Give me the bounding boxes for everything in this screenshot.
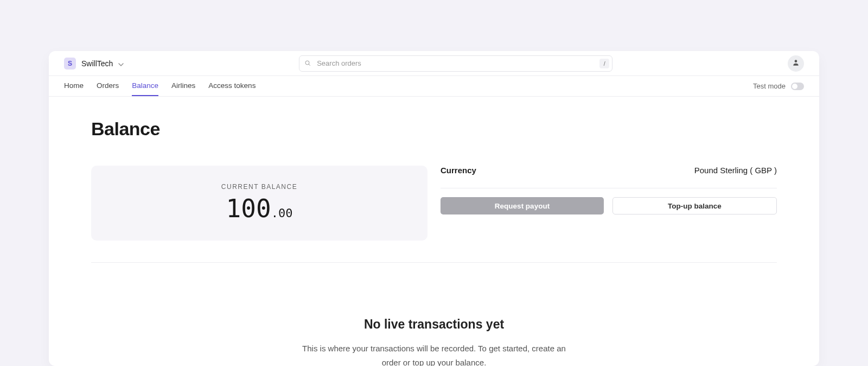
action-row: Request payout Top-up balance <box>441 197 777 214</box>
org-selector[interactable]: S SwillTech <box>64 58 124 70</box>
topup-balance-button[interactable]: Top-up balance <box>612 197 777 214</box>
balance-row: CURRENT BALANCE 100 .00 Currency Pound S… <box>91 166 777 263</box>
empty-state-description: This is where your transactions will be … <box>298 342 570 366</box>
balance-card: CURRENT BALANCE 100 .00 <box>91 166 427 241</box>
nav-tab-access-tokens[interactable]: Access tokens <box>208 76 256 96</box>
nav-tab-home[interactable]: Home <box>64 76 84 96</box>
nav-tab-airlines[interactable]: Airlines <box>171 76 195 96</box>
test-mode-label: Test mode <box>753 82 786 90</box>
page-title: Balance <box>91 118 777 140</box>
svg-point-1 <box>795 60 797 62</box>
request-payout-button[interactable]: Request payout <box>441 197 604 214</box>
search-wrapper: / <box>299 55 612 72</box>
test-mode-toggle[interactable] <box>791 83 804 90</box>
nav-tab-balance[interactable]: Balance <box>132 76 158 96</box>
svg-point-0 <box>305 61 309 65</box>
topbar: S SwillTech / <box>49 51 819 76</box>
currency-row: Currency Pound Sterling ( GBP ) <box>441 166 777 188</box>
search-icon <box>304 59 311 68</box>
test-mode-control: Test mode <box>753 82 804 90</box>
nav-tabs: Home Orders Balance Airlines Access toke… <box>64 76 256 96</box>
empty-state-title: No live transactions yet <box>91 317 777 332</box>
app-window: S SwillTech / Home Orders Balance Airlin… <box>49 51 819 366</box>
navbar: Home Orders Balance Airlines Access toke… <box>49 76 819 97</box>
org-name: SwillTech <box>81 59 113 68</box>
content: Balance CURRENT BALANCE 100 .00 Currency… <box>49 97 819 366</box>
search-shortcut-key: / <box>599 59 609 68</box>
currency-label: Currency <box>441 166 476 175</box>
empty-state: No live transactions yet This is where y… <box>91 263 777 366</box>
balance-label: CURRENT BALANCE <box>221 183 297 191</box>
org-badge: S <box>64 58 76 70</box>
user-avatar[interactable] <box>788 55 804 72</box>
balance-decimal: .00 <box>271 206 293 220</box>
balance-whole: 100 <box>226 194 271 223</box>
balance-amount: 100 .00 <box>226 194 293 223</box>
search-input[interactable] <box>299 55 612 72</box>
balance-right-panel: Currency Pound Sterling ( GBP ) Request … <box>441 166 777 241</box>
toggle-knob <box>792 84 797 89</box>
chevron-down-icon <box>118 59 124 68</box>
user-icon <box>792 59 800 68</box>
nav-tab-orders[interactable]: Orders <box>97 76 119 96</box>
currency-value: Pound Sterling ( GBP ) <box>694 166 777 175</box>
